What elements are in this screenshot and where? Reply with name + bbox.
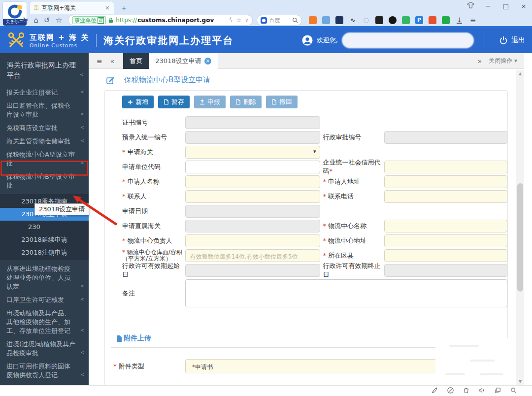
sidebar-item-label: 出境动植物及其产品、其他检疫物的生产、加工、存放单位注册登记 [6,309,70,334]
form-input-r[interactable] [384,220,507,232]
apps-grid-extension-icon[interactable] [309,16,317,24]
sidebar-subitem[interactable]: 23018延续申请 [0,233,89,246]
save-draft-button[interactable]: 暂存 [158,96,190,108]
maximize-button[interactable]: □ [501,2,510,10]
sidebar-root-item[interactable]: 海关行政审批网上办理平台 < [0,57,89,84]
form-input-l[interactable] [185,205,321,218]
form-input-l[interactable] [185,161,321,173]
form-select-l[interactable]: ▾ [185,146,321,159]
form-input-r[interactable] [384,175,507,188]
flag-extension-icon[interactable] [442,16,450,24]
qr-code-extension-icon[interactable] [375,16,383,24]
tab-close-icon[interactable]: × [105,4,110,11]
form-input-r[interactable] [384,249,507,262]
sidebar-item[interactable]: 从事进出境动植物检疫处理业务的单位、人员认定< [0,263,89,293]
window-controls: − □ × [466,2,528,10]
back-icon[interactable]: ‹ [5,15,8,26]
form-input-r[interactable] [384,190,507,203]
speaker-icon[interactable] [478,387,486,396]
close-button[interactable]: × [519,2,528,10]
declare-button[interactable]: 申报 [194,96,226,108]
sidebar-item[interactable]: 进口可用作原料的固体废物供收货人登记< [0,361,89,382]
tiles-extension-icon[interactable] [335,16,343,24]
tab-close-icon[interactable]: × [204,58,211,65]
form-input-l[interactable] [185,116,321,129]
form-input-r[interactable] [384,131,507,144]
sidebar-item[interactable]: 出境动植物及其产品、其他检疫物的生产、加工、存放单位注册登记< [0,307,89,337]
bookmark-star-icon[interactable]: ☆ [56,15,62,26]
new-tab-button[interactable]: ＋ [120,3,128,14]
form-input-l[interactable]: 有效整数位最多14位,有效小数位最多5位 [185,249,321,262]
badge-text: 事业单位 [74,17,96,24]
forward-icon[interactable]: › [14,15,17,26]
sidebar-subitem[interactable]: 23018注销申请 [0,246,89,259]
form-input-l[interactable] [185,175,321,188]
sidebar-subitem[interactable]: 230 [0,221,89,233]
sidebar-item[interactable]: 口岸卫生许可证核发< [0,294,89,306]
download-icon[interactable]: ↓ [457,17,462,24]
gear-extension-icon[interactable] [429,16,436,24]
magnifier-icon[interactable] [510,387,517,396]
rocket-icon[interactable] [431,387,438,396]
trash-icon[interactable] [463,387,470,396]
search-box[interactable]: 百度 [257,15,302,26]
signature-pen-icon[interactable] [447,387,454,396]
minimize-button[interactable]: − [484,2,493,10]
field-label-text: 物流中心仓库面/容积 [127,249,182,256]
screenshot-extension-icon[interactable] [322,16,330,24]
scrollbar-down-icon[interactable]: ▼ [516,379,524,384]
sidebar-item[interactable]: 出口监管仓库、保税仓库设立审批< [0,100,89,121]
scrollbar[interactable]: ▲ ▼ [516,70,524,385]
dropdown-caret-icon[interactable]: ∨ [245,18,249,23]
sidebar-item[interactable]: 海关监管货物仓储审批< [0,135,89,148]
sidebar-item[interactable]: 进境(过境)动植物及其产品检疫审批< [0,338,89,360]
form-input-r[interactable] [384,234,507,247]
form-input-l[interactable] [185,131,321,144]
sidebar-item[interactable]: 保税物流中心A型设立审批< [0,149,89,170]
scroll-tabs-right-icon[interactable]: » [478,57,482,65]
parking-extension-icon[interactable]: P [415,16,423,24]
form-input-r[interactable] [384,264,507,277]
baidu-paw-icon [261,17,267,24]
lightning-icon[interactable]: ϟ [229,17,233,24]
pulse-extension-icon[interactable]: ∿ [349,16,357,24]
browser-tab[interactable]: ⚿ 互联网+海关 × [30,1,114,14]
sidebar-item[interactable]: 报关企业注册登记< [0,87,89,99]
form-input-l[interactable] [185,264,321,277]
menu-toggle-icon[interactable]: ≡ [97,57,102,65]
required-asterisk: * [122,249,127,256]
tab-home[interactable]: 首页 [123,53,149,69]
form-input-r[interactable] [384,161,507,173]
withdraw-button[interactable]: 撤回 [266,96,298,108]
scrollbar-up-icon[interactable]: ▲ [516,71,524,76]
refresh-icon[interactable]: ↻ [22,15,29,26]
attachment-type-input[interactable]: *申请书 [185,359,465,373]
logout-button[interactable]: 退出 [499,36,525,45]
form-input-l[interactable] [185,220,321,232]
wechat-extension-icon[interactable] [402,16,410,24]
browser-menu-icon[interactable]: ≡ [470,16,476,25]
platform-title: 海关行政审批网上办理平台 [103,34,233,47]
form-input-l[interactable] [185,234,321,247]
scrollbar-thumb[interactable] [517,183,523,292]
favorite-star-icon[interactable]: ☆ [236,17,242,24]
close-operations-dropdown[interactable]: 关闭操作 ▾ [489,57,517,65]
search-magnifier-icon[interactable] [292,17,298,23]
delete-button[interactable]: 删除 [230,96,262,108]
sidebar-item[interactable]: 免税商店设立审批< [0,122,89,134]
panda-extension-icon[interactable] [389,16,397,24]
home-icon[interactable]: ⌂ [34,15,39,26]
ring-extension-icon[interactable]: ○ [362,16,370,24]
scroll-tabs-left-icon[interactable]: « [110,57,115,65]
undo-icon[interactable]: ↺ [44,15,50,26]
site-verification-badge[interactable]: 事业单位 证 [72,16,106,24]
remark-textarea[interactable] [185,279,507,307]
address-bar[interactable]: 事业单位 证 https:// customs.chinaport.gov ϟ … [68,15,253,26]
add-button[interactable]: 新增 [122,96,154,108]
form-input-l[interactable] [185,190,321,203]
cascade-windows-icon[interactable] [494,387,501,396]
theme-shirt-icon[interactable] [466,2,475,10]
field-label: 证书编号 [105,118,185,127]
sidebar-item[interactable]: 保税物流中心B型设立审批 [0,171,89,192]
tab-active[interactable]: 23018设立申请 × [149,53,218,69]
